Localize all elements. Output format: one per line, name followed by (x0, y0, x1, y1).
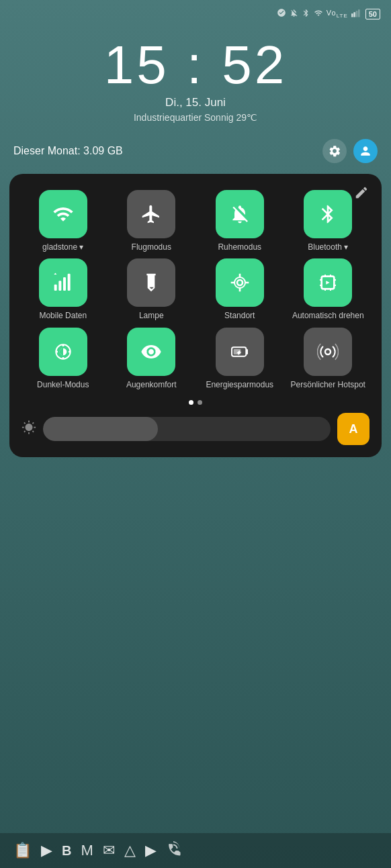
settings-icon (328, 144, 341, 158)
tile-label-auto-drehen: Automatisch drehen (292, 311, 364, 320)
wifi-status-icon (314, 9, 323, 19)
tile-icon-lampe (127, 258, 175, 307)
tile-label-ruhemodus: Ruhemodus (218, 242, 261, 252)
bottom-dock: 📋 ▶ B M ✉ △ ▶ (0, 833, 391, 868)
dock-app-phone[interactable] (166, 841, 181, 860)
tile-augenkomfort[interactable]: Augenkomfort (110, 328, 193, 389)
tile-icon-auto-drehen (304, 258, 352, 307)
battery-icon: 50 (365, 9, 380, 19)
tile-label-mobile-daten: Mobile Daten (39, 311, 87, 320)
svg-rect-5 (58, 281, 61, 291)
tile-flugmodus[interactable]: Flugmodus (110, 190, 193, 252)
tile-icon-bluetooth (304, 190, 352, 238)
bluetooth-status-icon (302, 9, 310, 19)
tile-icon-mobile-daten (39, 258, 87, 307)
dock-app-youtube1[interactable]: ▶ (41, 842, 52, 859)
flight-icon (140, 203, 162, 225)
tile-mobile-daten[interactable]: Mobile Daten (21, 258, 105, 320)
svg-point-9 (234, 277, 245, 288)
sun-icon (21, 420, 36, 435)
tile-icon-ruhemodus (216, 190, 264, 238)
tile-hotspot[interactable]: Persönlicher Hotspot (287, 328, 370, 389)
brightness-icon (21, 420, 36, 438)
dock-app-clipboard[interactable]: 📋 (13, 842, 32, 859)
svg-rect-6 (63, 277, 66, 291)
dock-app-gmail[interactable]: M (81, 842, 93, 859)
tile-label-gladstone: gladstone ▾ (42, 242, 83, 252)
clock-weather: Industriequartier Sonnig 29℃ (0, 112, 391, 123)
data-usage-label: Dieser Monat: 3.09 GB (13, 145, 123, 157)
tile-gladstone[interactable]: gladstone ▾ (21, 190, 105, 252)
tile-lampe[interactable]: Lampe (110, 258, 193, 320)
edit-icon (354, 185, 369, 200)
tile-label-augenkomfort: Augenkomfort (126, 380, 177, 389)
wifi-icon (52, 203, 74, 225)
svg-rect-7 (67, 274, 70, 291)
tile-label-hotspot: Persönlicher Hotspot (291, 380, 365, 389)
auto-brightness-label: A (349, 422, 358, 436)
header-action-icons (322, 139, 378, 163)
tile-icon-standort (216, 258, 264, 307)
auto-brightness-button[interactable]: A (337, 413, 370, 445)
brightness-row: A (19, 410, 372, 448)
flashlight-icon (140, 272, 162, 293)
tile-icon-hotspot (304, 328, 352, 376)
edit-button[interactable] (352, 183, 371, 202)
tile-label-energiesparmodus: Energiesparmodus (206, 380, 273, 389)
status-icons: VoLTE 50 (277, 8, 380, 19)
tile-energiesparmodus[interactable]: Energiesparmodus (198, 328, 281, 389)
pagination-dots (19, 400, 372, 405)
silent-icon (277, 8, 286, 19)
clock-date: Di., 15. Juni (0, 96, 391, 109)
tile-icon-energiesparmodus (216, 328, 264, 376)
svg-point-8 (237, 280, 243, 285)
svg-rect-3 (358, 9, 360, 17)
clock-section: 15 : 52 Di., 15. Juni Industriequartier … (0, 25, 391, 128)
tile-icon-dunkel-modus (39, 328, 87, 376)
brightness-fill (43, 417, 158, 441)
person-icon (359, 144, 372, 158)
svg-rect-0 (351, 13, 353, 17)
header-row: Dieser Monat: 3.09 GB (0, 128, 391, 170)
tile-icon-augenkomfort (127, 328, 175, 376)
hotspot-icon (317, 341, 339, 363)
control-panel: gladstone ▾ Flugmodus Ruhemodus Bluetoot… (9, 174, 382, 457)
tile-standort[interactable]: Standort (198, 258, 281, 320)
notification-icon (290, 9, 298, 19)
tile-dunkel-modus[interactable]: Dunkel-Modus (21, 328, 105, 389)
pagination-dot-2[interactable] (198, 400, 202, 405)
eye-icon (140, 341, 162, 363)
location-icon (229, 272, 251, 293)
brightness-slider[interactable] (43, 417, 331, 441)
tile-ruhemodus[interactable]: Ruhemodus (198, 190, 281, 252)
svg-point-15 (325, 349, 331, 354)
bluetooth-icon (317, 203, 339, 225)
tile-label-lampe: Lampe (139, 311, 164, 320)
tile-icon-gladstone (39, 190, 87, 238)
moon-sun-icon (52, 341, 74, 363)
tile-label-bluetooth: Bluetooth ▾ (308, 242, 348, 252)
dock-app-youtube2[interactable]: ▶ (145, 842, 157, 859)
signal-icon (52, 272, 74, 293)
svg-rect-1 (353, 12, 355, 17)
tile-auto-drehen[interactable]: Automatisch drehen (287, 258, 370, 320)
pagination-dot-1[interactable] (189, 400, 193, 405)
dock-app-message[interactable]: ✉ (103, 842, 115, 859)
clock-time: 15 : 52 (0, 38, 391, 92)
dock-app-b[interactable]: B (62, 843, 71, 859)
status-bar: VoLTE 50 (0, 0, 391, 25)
dock-app-drive[interactable]: △ (124, 842, 136, 859)
tile-icon-flugmodus (127, 190, 175, 238)
signal-icon: VoLTE (327, 9, 348, 19)
avatar-button[interactable] (353, 139, 378, 163)
tile-label-dunkel-modus: Dunkel-Modus (37, 380, 89, 389)
tile-label-standort: Standort (224, 311, 255, 320)
tile-grid: gladstone ▾ Flugmodus Ruhemodus Bluetoot… (19, 183, 372, 393)
svg-rect-2 (355, 11, 357, 17)
settings-button[interactable] (322, 139, 347, 163)
cell-bars-icon (351, 9, 362, 19)
tile-label-flugmodus: Flugmodus (132, 242, 171, 252)
rotate-icon (317, 272, 339, 293)
svg-rect-4 (54, 285, 56, 291)
bell-off-icon (229, 203, 251, 225)
